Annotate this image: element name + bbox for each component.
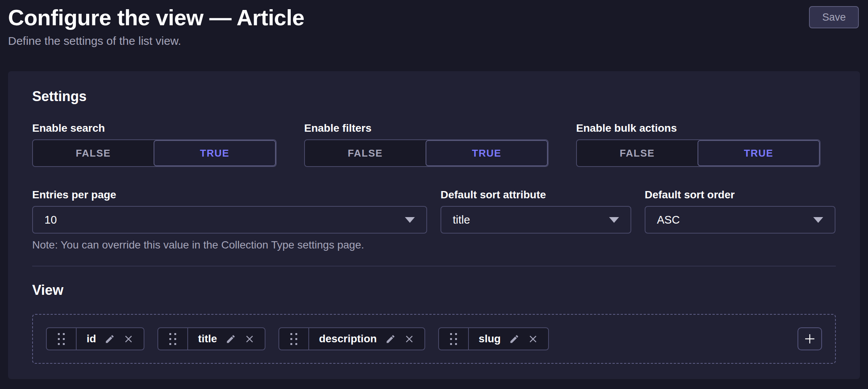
enable-search-toggle: FALSE TRUE	[32, 139, 277, 167]
default-sort-attribute-select[interactable]: title	[441, 206, 631, 234]
drag-handle[interactable]	[158, 328, 188, 350]
pencil-icon	[509, 334, 519, 344]
default-sort-order-select[interactable]: ASC	[645, 206, 835, 234]
field-chip-label: slug	[479, 333, 501, 345]
view-heading: View	[32, 282, 836, 299]
enable-search-option-true[interactable]: TRUE	[154, 140, 276, 166]
default-sort-attribute-label: Default sort attribute	[441, 188, 631, 201]
remove-field-button[interactable]	[404, 334, 414, 344]
default-sort-attribute-value: title	[453, 214, 470, 226]
enable-search-label: Enable search	[32, 122, 277, 135]
field-chip-title: title	[157, 327, 265, 350]
drag-dots-icon	[450, 333, 457, 345]
caret-down-icon	[405, 217, 415, 223]
close-icon	[528, 334, 538, 344]
edit-field-button[interactable]	[105, 334, 115, 344]
selects-row: Entries per page 10 Note: You can overri…	[32, 188, 836, 252]
section-divider	[32, 266, 836, 266]
caret-down-icon	[813, 217, 823, 223]
field-chip-description: description	[278, 327, 425, 350]
enable-filters-toggle: FALSE TRUE	[304, 139, 549, 167]
plus-icon	[803, 332, 816, 345]
enable-filters-field: Enable filters FALSE TRUE	[304, 122, 549, 167]
enable-bulk-actions-toggle: FALSE TRUE	[576, 139, 821, 167]
enable-filters-option-false[interactable]: FALSE	[305, 140, 426, 166]
enable-filters-option-true[interactable]: TRUE	[426, 140, 548, 166]
drag-handle[interactable]	[279, 328, 309, 350]
close-icon	[244, 334, 255, 344]
enable-search-field: Enable search FALSE TRUE	[32, 122, 277, 167]
field-chip-id: id	[46, 327, 144, 350]
entries-per-page-value: 10	[44, 214, 57, 226]
remove-field-button[interactable]	[123, 334, 134, 344]
drag-dots-icon	[169, 333, 176, 345]
drag-handle[interactable]	[439, 328, 469, 350]
enable-bulk-actions-option-true[interactable]: TRUE	[698, 140, 820, 166]
remove-field-button[interactable]	[244, 334, 255, 344]
field-chip-label: id	[87, 333, 96, 345]
chip-body: id	[77, 328, 144, 350]
entries-per-page-hint: Note: You can override this value in the…	[32, 238, 427, 252]
field-chip-label: description	[319, 333, 377, 345]
enable-bulk-actions-option-false[interactable]: FALSE	[577, 140, 698, 166]
save-button[interactable]: Save	[809, 6, 859, 28]
page-header: Configure the view — Article Define the …	[8, 4, 859, 47]
close-icon	[123, 334, 134, 344]
settings-heading: Settings	[32, 88, 836, 105]
close-icon	[404, 334, 414, 344]
edit-field-button[interactable]	[226, 334, 236, 344]
chip-body: title	[188, 328, 265, 350]
enable-search-option-false[interactable]: FALSE	[33, 140, 154, 166]
configure-view-page: Configure the view — Article Define the …	[0, 0, 868, 389]
field-chip-label: title	[198, 333, 217, 345]
toggles-row: Enable search FALSE TRUE Enable filters …	[32, 122, 836, 167]
pencil-icon	[105, 334, 115, 344]
enable-bulk-actions-label: Enable bulk actions	[576, 122, 821, 135]
drag-handle[interactable]	[47, 328, 77, 350]
default-sort-order-value: ASC	[657, 214, 680, 226]
page-title: Configure the view — Article	[8, 4, 859, 31]
entries-per-page-select[interactable]: 10	[32, 206, 427, 234]
chip-body: description	[309, 328, 424, 350]
add-field-button[interactable]	[798, 327, 822, 350]
default-sort-order-field: Default sort order ASC	[645, 188, 835, 234]
page-subtitle: Define the settings of the list view.	[8, 34, 859, 47]
field-chip-slug: slug	[438, 327, 549, 350]
enable-filters-label: Enable filters	[304, 122, 549, 135]
default-sort-attribute-field: Default sort attribute title	[441, 188, 631, 234]
field-list-dropzone: id title	[32, 314, 836, 364]
drag-dots-icon	[58, 333, 65, 345]
edit-field-button[interactable]	[509, 334, 519, 344]
settings-card: Settings Enable search FALSE TRUE Enable…	[8, 71, 860, 379]
pencil-icon	[226, 334, 236, 344]
enable-bulk-actions-field: Enable bulk actions FALSE TRUE	[576, 122, 821, 167]
entries-per-page-label: Entries per page	[32, 188, 427, 201]
default-sort-order-label: Default sort order	[645, 188, 835, 201]
pencil-icon	[385, 334, 396, 344]
edit-field-button[interactable]	[385, 334, 396, 344]
caret-down-icon	[609, 217, 619, 223]
remove-field-button[interactable]	[528, 334, 538, 344]
entries-per-page-field: Entries per page 10 Note: You can overri…	[32, 188, 427, 252]
chip-body: slug	[469, 328, 549, 350]
drag-dots-icon	[290, 333, 297, 345]
